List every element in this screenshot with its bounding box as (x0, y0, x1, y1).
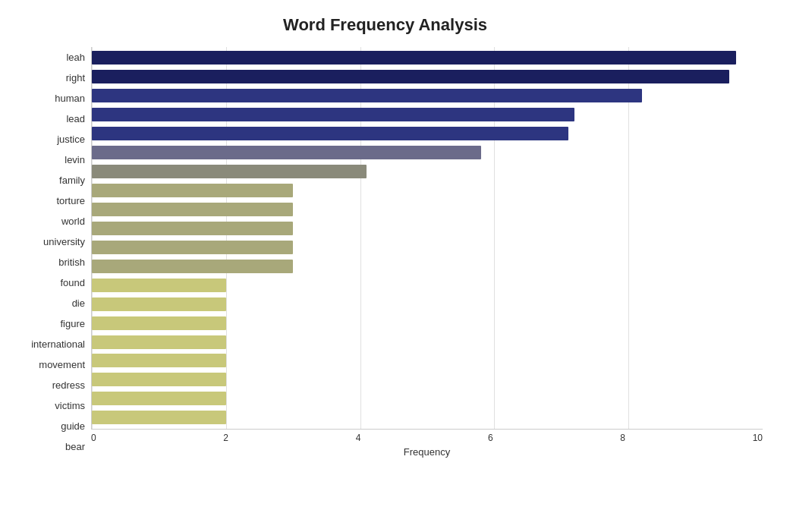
bar-row (92, 352, 763, 369)
bar-row (92, 106, 763, 123)
y-label: victims (55, 398, 85, 414)
y-label: movement (39, 357, 85, 373)
bar (92, 260, 293, 273)
y-label: redress (52, 377, 85, 394)
bars-and-xaxis: 0246810 Frequency (91, 47, 763, 458)
bar-row (92, 315, 763, 332)
bar-row (92, 258, 763, 275)
bar (92, 108, 574, 121)
bar-row (92, 68, 763, 85)
y-label: torture (56, 193, 85, 209)
chart-area: leahrighthumanleadjusticelevinfamilytort… (8, 47, 763, 458)
x-tick: 8 (620, 433, 625, 443)
y-label: right (66, 70, 85, 87)
y-label: lead (66, 111, 85, 127)
x-tick: 4 (356, 433, 361, 443)
bar (92, 279, 226, 292)
y-label: leah (66, 49, 85, 66)
bar (92, 335, 226, 349)
bar (92, 184, 293, 197)
bar (92, 241, 293, 254)
y-label: bear (65, 439, 85, 455)
bar-row (92, 296, 763, 313)
y-label: family (59, 172, 85, 189)
bar (92, 146, 481, 159)
y-label: human (55, 90, 85, 107)
x-axis: 0246810 (91, 430, 763, 443)
bar-row (92, 409, 763, 426)
bar-row (92, 144, 763, 161)
x-tick: 6 (488, 433, 493, 443)
bar (92, 222, 293, 235)
bar (92, 411, 226, 424)
y-label: guide (61, 418, 85, 435)
bar (92, 316, 226, 330)
bar-row (92, 371, 763, 388)
x-tick: 2 (223, 433, 228, 443)
bar-row (92, 201, 763, 218)
bar (92, 392, 226, 405)
bars-wrapper (92, 47, 763, 429)
bars-area (91, 47, 763, 430)
bar-row (92, 87, 763, 104)
chart-container: Word Frequency Analysis leahrighthumanle… (0, 0, 793, 532)
bar (92, 373, 226, 386)
bar-row (92, 239, 763, 256)
bar-row (92, 277, 763, 294)
y-label: world (61, 213, 85, 230)
bar-row (92, 125, 763, 142)
bar (92, 297, 226, 311)
bar-row (92, 163, 763, 180)
chart-title: Word Frequency Analysis (8, 15, 763, 35)
y-label: found (60, 275, 85, 291)
y-label: international (31, 336, 85, 353)
bar-row (92, 182, 763, 199)
x-axis-label: Frequency (91, 446, 763, 458)
y-label: justice (57, 131, 85, 148)
bar (92, 89, 642, 102)
y-label: figure (60, 316, 85, 332)
bar (92, 127, 568, 140)
y-label: levin (65, 152, 85, 168)
bar-row (92, 334, 763, 351)
bar (92, 70, 729, 83)
x-tick: 0 (91, 433, 96, 443)
y-label: university (43, 234, 85, 250)
y-label: die (72, 295, 85, 312)
bar-row (92, 49, 763, 66)
bar (92, 165, 367, 178)
y-label: british (58, 254, 85, 271)
bar (92, 354, 226, 367)
bar-row (92, 220, 763, 237)
y-axis: leahrighthumanleadjusticelevinfamilytort… (8, 47, 91, 458)
x-tick-extra: 10 (753, 433, 763, 443)
bar-row (92, 390, 763, 407)
bar (92, 203, 293, 216)
bar (92, 51, 736, 65)
